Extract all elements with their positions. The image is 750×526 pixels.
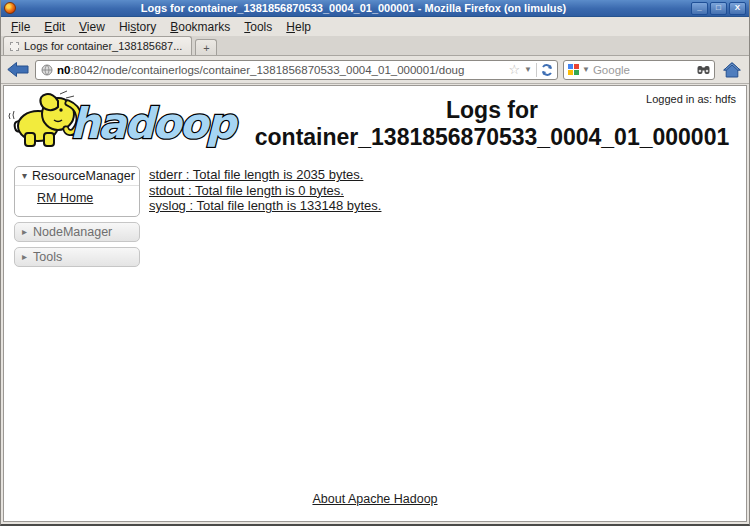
sidebar-header-label: Tools — [33, 250, 62, 264]
window-titlebar: Logs for container_1381856870533_0004_01… — [1, 0, 749, 17]
hadoop-logo: hadoop — [8, 89, 244, 149]
firefox-icon — [4, 2, 16, 14]
url-dropdown-chevron-icon[interactable]: ▼ — [524, 65, 532, 74]
menu-history[interactable]: History — [112, 18, 163, 36]
login-status: Logged in as: hdfs — [646, 93, 736, 105]
log-link-stdout[interactable]: stdout : Total file length is 0 bytes. — [149, 184, 381, 199]
find-button[interactable] — [697, 64, 710, 75]
page-body: ▾ ResourceManager RM Home ▸ NodeManager … — [4, 166, 746, 267]
page-viewport: Logged in as: hdfs — [3, 85, 747, 522]
reload-button[interactable] — [536, 63, 554, 77]
binoculars-icon — [697, 64, 710, 75]
google-engine-icon[interactable] — [568, 64, 579, 75]
home-button[interactable] — [720, 60, 744, 80]
menu-edit[interactable]: Edit — [37, 18, 72, 36]
default-favicon-icon — [10, 42, 19, 51]
url-text: n0:8042/node/containerlogs/container_138… — [57, 64, 504, 76]
back-arrow-icon — [7, 62, 29, 77]
sidebar-header-label: ResourceManager — [32, 169, 135, 183]
page-footer: About Apache Hadoop — [4, 492, 746, 506]
maximize-button[interactable]: □ — [710, 2, 727, 15]
back-button[interactable] — [6, 61, 30, 79]
menu-help[interactable]: Help — [279, 18, 318, 36]
sidebar-nav: ▾ ResourceManager RM Home ▸ NodeManager … — [14, 166, 140, 267]
url-bar[interactable]: n0:8042/node/containerlogs/container_138… — [35, 60, 558, 80]
hadoop-logo-text: hadoop — [70, 99, 239, 148]
reload-icon — [540, 63, 554, 77]
home-icon — [723, 62, 741, 78]
search-input[interactable] — [593, 64, 694, 76]
triangle-down-icon: ▾ — [22, 171, 27, 181]
search-bar[interactable]: ▼ — [563, 60, 715, 80]
globe-icon — [41, 64, 53, 76]
triangle-right-icon: ▸ — [22, 227, 27, 237]
sidebar-header-nodemanager[interactable]: ▸ NodeManager — [14, 222, 140, 242]
tab-bar: Logs for container_138185687... + — [1, 36, 749, 56]
log-file-list: stderr : Total file length is 2035 bytes… — [149, 166, 381, 215]
about-hadoop-link[interactable]: About Apache Hadoop — [312, 492, 437, 506]
menu-bar: File Edit View History Bookmarks Tools H… — [1, 17, 749, 36]
tab-label: Logs for container_138185687... — [24, 40, 182, 52]
page-title: Logs for container_1381856870533_0004_01… — [244, 97, 740, 151]
menu-bookmarks[interactable]: Bookmarks — [163, 18, 237, 36]
sidebar-header-label: NodeManager — [33, 225, 112, 239]
menu-view[interactable]: View — [72, 18, 112, 36]
search-engine-chevron-icon[interactable]: ▼ — [582, 65, 590, 74]
page-header: hadoop Logs for container_1381856870533_… — [4, 86, 746, 151]
sidebar-item-rm-home[interactable]: RM Home — [37, 191, 93, 205]
sidebar-header-tools[interactable]: ▸ Tools — [14, 247, 140, 267]
sidebar-section-resourcemanager: ▾ ResourceManager RM Home — [14, 166, 140, 217]
navigation-toolbar: n0:8042/node/containerlogs/container_138… — [1, 56, 749, 84]
firefox-window: Logs for container_1381856870533_0004_01… — [0, 0, 750, 526]
active-tab[interactable]: Logs for container_138185687... — [3, 36, 192, 55]
log-link-stderr[interactable]: stderr : Total file length is 2035 bytes… — [149, 168, 381, 183]
close-button[interactable]: X — [729, 2, 746, 15]
sidebar-header-resourcemanager[interactable]: ▾ ResourceManager — [15, 167, 139, 186]
menu-tools[interactable]: Tools — [237, 18, 279, 36]
menu-file[interactable]: File — [4, 18, 37, 36]
sidebar-panel-resourcemanager: RM Home — [15, 186, 139, 216]
new-tab-button[interactable]: + — [195, 39, 217, 55]
bookmark-star-icon[interactable]: ☆ — [508, 63, 520, 76]
window-title: Logs for container_1381856870533_0004_01… — [20, 2, 687, 14]
minimize-button[interactable]: _ — [691, 2, 708, 15]
triangle-right-icon: ▸ — [22, 252, 27, 262]
log-link-syslog[interactable]: syslog : Total file length is 133148 byt… — [149, 199, 381, 214]
